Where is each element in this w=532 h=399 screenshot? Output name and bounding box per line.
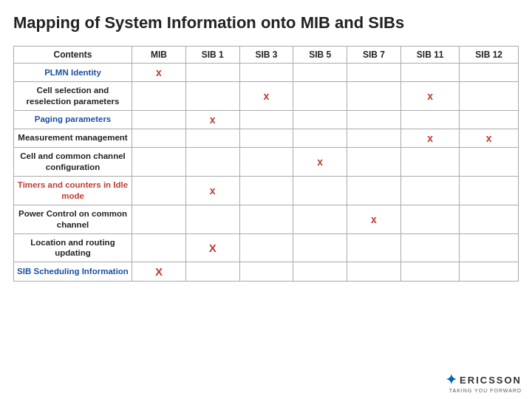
row-4-cell-0 (132, 147, 186, 176)
row-8-cell-2 (239, 262, 293, 282)
col-header-mib: MIB (132, 47, 186, 64)
row-3-cell-3 (293, 129, 347, 147)
row-5-cell-2 (239, 176, 293, 205)
row-0-cell-2 (239, 64, 293, 82)
page: Mapping of System Information onto MIB a… (0, 0, 532, 399)
table-row: Paging parametersx (14, 110, 519, 129)
row-7-contents: Location and routing updating (14, 233, 132, 262)
row-5-cell-3 (293, 176, 347, 205)
row-8-cell-4 (347, 262, 401, 282)
col-header-sib-1: SIB 1 (185, 47, 239, 64)
x-mark-r1-c2: x (264, 90, 270, 102)
row-7-cell-3 (293, 233, 347, 262)
row-0-contents: PLMN Identity (14, 64, 132, 82)
x-mark-r1-c5: x (427, 90, 433, 102)
col-header-sib-11: SIB 11 (400, 47, 460, 64)
row-8-cell-6 (460, 262, 519, 282)
row-2-cell-0 (132, 110, 186, 129)
row-1-cell-6 (460, 82, 519, 111)
row-5-cell-1: x (185, 176, 239, 205)
row-1-cell-2: x (239, 82, 293, 111)
row-2-cell-3 (293, 110, 347, 129)
row-8-cell-3 (293, 262, 347, 282)
logo-area: ✦ ERICSSON TAKING YOU FORWARD (446, 372, 522, 393)
row-3-contents: Measurement management (14, 129, 132, 147)
x-mark-r7-c1: X (209, 242, 216, 254)
x-mark-r2-c1: x (210, 114, 216, 126)
row-5-contents: Timers and counters in Idle mode (14, 176, 132, 205)
col-header-sib-7: SIB 7 (347, 47, 401, 64)
row-4-contents: Cell and common channel configuration (14, 147, 132, 176)
row-0-cell-6 (460, 64, 519, 82)
row-6-cell-5 (400, 205, 460, 233)
row-7-cell-4 (347, 233, 401, 262)
row-0-cell-4 (347, 64, 401, 82)
row-0-cell-1 (185, 64, 239, 82)
col-header-contents: Contents (14, 47, 132, 64)
row-6-cell-6 (460, 205, 519, 233)
row-2-contents: Paging parameters (14, 110, 132, 129)
mapping-table: ContentsMIBSIB 1SIB 3SIB 5SIB 7SIB 11SIB… (13, 46, 519, 282)
x-mark-r8-c0: X (155, 265, 163, 278)
x-mark-r0-c0: x (156, 66, 162, 78)
row-5-cell-0 (132, 176, 186, 205)
table-row: Measurement managementxx (14, 129, 519, 147)
table-row: Cell and common channel configurationx (14, 147, 519, 176)
row-6-contents: Power Control on common channel (14, 205, 132, 233)
row-2-cell-1: x (185, 110, 239, 129)
row-7-cell-6 (460, 233, 519, 262)
col-header-sib-5: SIB 5 (293, 47, 347, 64)
row-8-cell-0: X (132, 262, 186, 282)
row-7-cell-5 (400, 233, 460, 262)
row-8-cell-5 (400, 262, 460, 282)
table-row: Power Control on common channelx (14, 205, 519, 233)
row-6-cell-3 (293, 205, 347, 233)
table-body: PLMN IdentityxCell selection and reselec… (14, 64, 519, 282)
table-row: PLMN Identityx (14, 64, 519, 82)
row-1-cell-4 (347, 82, 401, 111)
row-6-cell-0 (132, 205, 186, 233)
row-3-cell-4 (347, 129, 401, 147)
row-2-cell-6 (460, 110, 519, 129)
row-8-contents: SIB Scheduling Information (14, 262, 132, 282)
row-2-cell-4 (347, 110, 401, 129)
row-6-cell-4: x (347, 205, 401, 233)
row-5-cell-4 (347, 176, 401, 205)
x-mark-r3-c6: x (486, 132, 492, 144)
table-row: SIB Scheduling InformationX (14, 262, 519, 282)
col-header-sib-12: SIB 12 (460, 47, 519, 64)
row-3-cell-0 (132, 129, 186, 147)
row-7-cell-1: X (185, 233, 239, 262)
row-3-cell-5: x (400, 129, 460, 147)
row-1-cell-0 (132, 82, 186, 111)
row-3-cell-2 (239, 129, 293, 147)
row-4-cell-6 (460, 147, 519, 176)
table-row: Location and routing updatingX (14, 233, 519, 262)
row-7-cell-2 (239, 233, 293, 262)
row-0-cell-0: x (132, 64, 186, 82)
row-7-cell-0 (132, 233, 186, 262)
row-3-cell-1 (185, 129, 239, 147)
row-1-cell-3 (293, 82, 347, 111)
x-mark-r5-c1: x (210, 185, 216, 197)
row-4-cell-4 (347, 147, 401, 176)
table-header-row: ContentsMIBSIB 1SIB 3SIB 5SIB 7SIB 11SIB… (14, 47, 519, 64)
row-5-cell-5 (400, 176, 460, 205)
row-8-cell-1 (185, 262, 239, 282)
row-4-cell-2 (239, 147, 293, 176)
row-0-cell-5 (400, 64, 460, 82)
row-1-cell-1 (185, 82, 239, 111)
row-1-contents: Cell selection and reselection parameter… (14, 82, 132, 111)
row-4-cell-5 (400, 147, 460, 176)
row-5-cell-6 (460, 176, 519, 205)
page-title: Mapping of System Information onto MIB a… (13, 13, 519, 33)
row-0-cell-3 (293, 64, 347, 82)
table-wrapper: ContentsMIBSIB 1SIB 3SIB 5SIB 7SIB 11SIB… (13, 46, 519, 392)
row-4-cell-1 (185, 147, 239, 176)
logo-symbol: ✦ (446, 372, 457, 388)
logo-brand: ERICSSON (460, 375, 522, 386)
row-6-cell-1 (185, 205, 239, 233)
x-mark-r3-c5: x (427, 132, 433, 144)
x-mark-r4-c3: x (317, 156, 323, 168)
row-1-cell-5: x (400, 82, 460, 111)
